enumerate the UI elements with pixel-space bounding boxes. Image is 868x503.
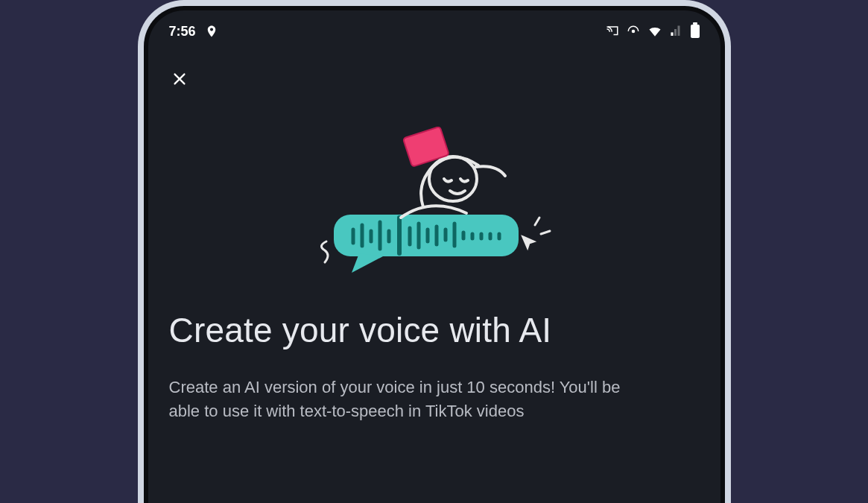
location-icon	[205, 25, 218, 38]
cast-icon	[606, 25, 619, 38]
nfc-icon	[627, 25, 640, 38]
illustration-svg	[311, 127, 557, 283]
status-bar: 7:56	[144, 13, 725, 49]
modal-content: Create your voice with AI Create an AI v…	[144, 49, 725, 423]
wifi-icon	[647, 24, 662, 39]
svg-point-0	[631, 30, 635, 34]
status-left: 7:56	[169, 24, 218, 39]
battery-icon	[691, 25, 700, 38]
close-button[interactable]	[166, 66, 193, 92]
svg-line-21	[541, 231, 550, 234]
page-description: Create an AI version of your voice in ju…	[169, 376, 646, 423]
cursor-icon	[523, 218, 550, 247]
speech-bubble-icon	[334, 215, 519, 273]
close-icon	[171, 71, 188, 87]
page-title: Create your voice with AI	[169, 310, 700, 350]
signal-icon	[670, 25, 683, 38]
status-right	[606, 24, 700, 39]
svg-line-20	[535, 218, 539, 225]
status-time: 7:56	[169, 24, 196, 39]
hero-illustration	[169, 127, 700, 283]
phone-frame: 7:56	[138, 0, 731, 503]
